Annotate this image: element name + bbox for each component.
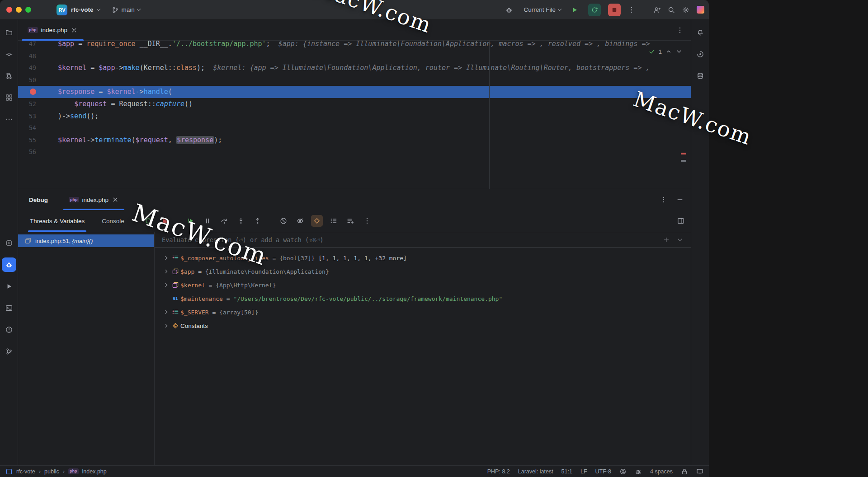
stack-frame[interactable]: index.php:51, {main}() [18,234,154,247]
gutter-line-number[interactable] [18,86,58,98]
git-branch-widget[interactable]: main [112,6,140,14]
line-separator[interactable]: LF [580,468,587,475]
project-widget[interactable]: RV rfc-vote [53,3,104,17]
expand-chevron-icon[interactable] [164,283,167,287]
php-version[interactable]: PHP: 8.2 [487,468,510,475]
step-into-button[interactable] [235,215,247,227]
indent-style[interactable]: 4 spaces [650,468,673,475]
expand-chevron-icon[interactable] [164,256,167,260]
project-toolwindow-button[interactable] [2,25,16,40]
search-icon[interactable] [668,6,675,14]
rerun-debugger-button[interactable] [142,215,154,227]
more-toolwindows-button[interactable] [2,112,16,126]
next-problem-icon[interactable] [675,48,683,55]
at-icon[interactable] [619,468,627,475]
monitor-icon[interactable] [696,468,703,475]
code-line[interactable]: 54 [18,122,691,134]
close-window-button[interactable] [6,7,12,13]
pause-button[interactable] [202,215,213,227]
more-actions-icon[interactable] [628,6,635,14]
minimize-window-button[interactable] [16,7,22,13]
expand-chevron-icon[interactable] [164,324,167,327]
breakpoint-icon[interactable] [30,89,36,95]
laravel-version[interactable]: Laravel: latest [518,468,553,475]
settings-gear-icon[interactable] [682,6,689,14]
error-stripe-mark[interactable] [681,160,686,162]
code-line[interactable]: $response = $kernel->handle( [18,86,691,98]
variable-row[interactable]: 01$maintenance = "/Users/brentroose/Dev/… [155,292,691,305]
code-line[interactable]: 55$kernel->terminate($request, $response… [18,134,691,146]
layout-settings-icon[interactable] [677,217,684,224]
breadcrumb-item[interactable]: public [44,468,59,475]
notifications-button[interactable] [693,25,708,40]
variable-row[interactable]: $app = {Illuminate\Foundation\Applicatio… [155,265,691,278]
resume-button[interactable] [185,215,197,227]
git-toolwindow-button[interactable] [2,344,16,359]
step-out-button[interactable] [252,215,264,227]
add-watch-button[interactable] [344,215,356,227]
debug-toolwindow-button[interactable] [2,257,16,272]
variable-row[interactable]: $_SERVER = {array[50]} [155,305,691,319]
debug-more-button[interactable] [361,215,373,227]
run-configuration-select[interactable]: Current File [524,6,561,13]
variable-row[interactable]: $kernel = {App\Http\Kernel} [155,278,691,292]
terminal-toolwindow-button[interactable] [2,301,16,315]
debug-session-tab[interactable]: php index.php [63,189,124,210]
lock-icon[interactable] [681,468,688,475]
gutter-line-number[interactable]: 52 [18,98,58,110]
gutter-line-number[interactable]: 47 [18,41,58,50]
expand-chevron-icon[interactable] [164,270,167,273]
expand-chevron-icon[interactable] [164,310,167,314]
run-button[interactable] [568,4,581,16]
breadcrumb-item[interactable]: rfc-vote [16,468,35,475]
tab-index-php[interactable]: php index.php [22,20,84,40]
gutter-line-number[interactable]: 56 [18,146,58,158]
services-toolwindow-button[interactable] [2,236,16,250]
database-button[interactable] [693,69,708,83]
tab-options-icon[interactable] [676,27,684,34]
caret-position[interactable]: 51:1 [561,468,572,475]
evaluate-expression-input[interactable]: Evaluate expression (⏎) or add a watch (… [155,232,691,248]
code-line[interactable]: 50 [18,74,691,86]
ai-assistant-button[interactable] [693,47,708,61]
gutter-line-number[interactable]: 55 [18,134,58,146]
plugin-icon[interactable] [697,6,704,14]
add-user-icon[interactable] [653,6,660,14]
problems-toolwindow-button[interactable] [2,323,16,337]
commit-toolwindow-button[interactable] [2,47,16,61]
close-session-icon[interactable] [112,196,119,203]
hide-panel-icon[interactable] [676,196,684,203]
breadcrumb-item[interactable]: index.php [82,468,107,475]
add-icon[interactable] [663,236,670,243]
code-line[interactable]: 56 [18,146,691,158]
variable-row[interactable]: $_composer_autoload_files = {bool[37]} [… [155,251,691,265]
code-line[interactable]: 48 [18,50,691,62]
gutter-line-number[interactable]: 48 [18,50,58,62]
code-line[interactable]: 47$app = require_once __DIR__.'/../boots… [18,41,691,50]
mute-breakpoints-button[interactable] [278,215,289,227]
history-chevron-icon[interactable] [676,236,684,243]
zoom-window-button[interactable] [25,7,31,13]
show-frames-button[interactable] [328,215,340,227]
error-stripe-breakpoint-mark[interactable] [681,153,686,154]
gutter-line-number[interactable]: 50 [18,74,58,86]
view-breakpoints-button[interactable] [311,215,323,227]
pull-requests-toolwindow-button[interactable] [2,69,16,83]
structure-toolwindow-button[interactable] [2,90,16,105]
prev-problem-icon[interactable] [665,48,672,55]
stop-button[interactable] [608,4,621,16]
code-line[interactable]: 52 $request = Request::capture() [18,98,691,110]
close-tab-icon[interactable] [71,27,78,34]
inspections-widget[interactable]: 1 [648,48,683,55]
code-line[interactable]: 53)->send(); [18,110,691,122]
step-over-button[interactable] [218,215,230,227]
gutter-line-number[interactable]: 49 [18,62,58,74]
bug-icon[interactable] [635,468,642,475]
stop-button[interactable] [159,215,171,227]
debug-options-icon[interactable] [660,196,667,203]
gutter-line-number[interactable]: 54 [18,122,58,134]
debug-rerun-button[interactable] [588,4,601,16]
code-editor[interactable]: 47$app = require_once __DIR__.'/../boots… [18,41,691,189]
tab-threads-variables[interactable]: Threads & Variables [28,210,86,232]
variable-row[interactable]: Constants [155,319,691,332]
